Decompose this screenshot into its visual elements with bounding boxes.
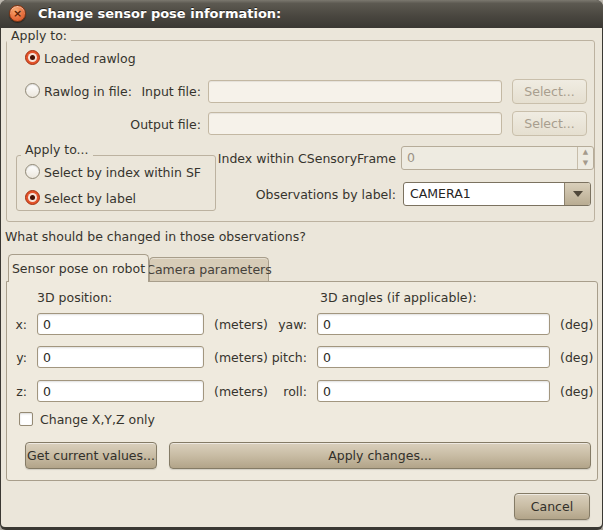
dialog-window: × Change sensor pose information: Apply … [0,0,603,530]
question-label: What should be changed in those observat… [5,229,306,244]
index-spinner[interactable]: 0 ▲ ▼ [401,146,594,170]
y-label: y: [7,350,27,365]
spinner-arrows: ▲ ▼ [577,147,593,169]
radio-select-by-index[interactable] [25,164,40,179]
radio-select-by-label[interactable] [25,190,40,205]
roll-label: roll: [257,384,307,399]
z-label: z: [7,384,27,399]
output-file-field[interactable] [208,112,502,135]
dialog-body: Apply to: Loaded rawlog Rawlog in file: … [1,28,602,527]
radio-rawlog-in-file[interactable] [25,83,40,98]
observations-by-label-label: Observations by label: [201,187,396,202]
index-within-csf-label: Index within CSensoryFrame [201,151,396,166]
radio-loaded-rawlog[interactable] [25,50,40,65]
close-icon: × [13,8,22,19]
apply-to-frame-legend: Apply to: [7,28,71,43]
pitch-input[interactable] [317,346,550,368]
z-input[interactable] [37,380,204,402]
apply-changes-button[interactable]: Apply changes... [169,442,591,469]
tab-camera-parameters[interactable]: Camera parameters [149,257,269,281]
tab-sensor-pose-label: Sensor pose on robot [12,261,145,276]
get-current-values-button[interactable]: Get current values... [25,442,157,469]
cancel-button[interactable]: Cancel [514,493,590,520]
radio-loaded-rawlog-label[interactable]: Loaded rawlog [44,51,136,66]
output-file-label: Output file: [81,117,201,132]
yaw-label: yaw: [257,317,307,332]
titlebar[interactable]: × Change sensor pose information: [0,0,603,28]
radio-select-by-label-label[interactable]: Select by label [44,191,136,206]
sensor-pose-panel: 3D position: 3D angles (if applicable): … [6,281,598,481]
output-file-select-button[interactable]: Select... [512,111,587,136]
spin-up-icon[interactable]: ▲ [578,147,593,158]
input-file-field[interactable] [208,80,502,103]
angles-header: 3D angles (if applicable): [320,290,477,305]
x-label: x: [7,317,27,332]
apply-to-inner-frame-legend: Apply to... [21,142,93,157]
observations-combobox[interactable]: CAMERA1 [403,182,591,206]
change-xyz-only-label[interactable]: Change X,Y,Z only [40,412,155,427]
x-input[interactable] [37,313,204,335]
y-input[interactable] [37,346,204,368]
radio-select-by-index-label[interactable]: Select by index within SF [44,165,201,180]
yaw-input[interactable] [317,313,550,335]
window-title: Change sensor pose information: [38,0,281,28]
roll-unit-label: (deg) [560,384,593,399]
yaw-unit-label: (deg) [560,317,593,332]
roll-input[interactable] [317,380,550,402]
spin-down-icon[interactable]: ▼ [578,158,593,169]
tab-camera-parameters-label: Camera parameters [146,262,272,277]
close-button[interactable]: × [9,5,26,22]
chevron-down-icon [573,191,583,197]
input-file-select-button[interactable]: Select... [512,79,587,104]
observations-combobox-value: CAMERA1 [410,183,471,205]
combobox-dropdown-button[interactable] [564,183,590,205]
position-header: 3D position: [37,290,112,305]
change-xyz-only-checkbox[interactable] [19,412,33,426]
input-file-label: Input file: [81,84,201,99]
pitch-unit-label: (deg) [560,350,593,365]
tab-sensor-pose[interactable]: Sensor pose on robot [8,254,149,282]
index-spinner-value: 0 [407,147,415,169]
pitch-label: pitch: [257,350,307,365]
